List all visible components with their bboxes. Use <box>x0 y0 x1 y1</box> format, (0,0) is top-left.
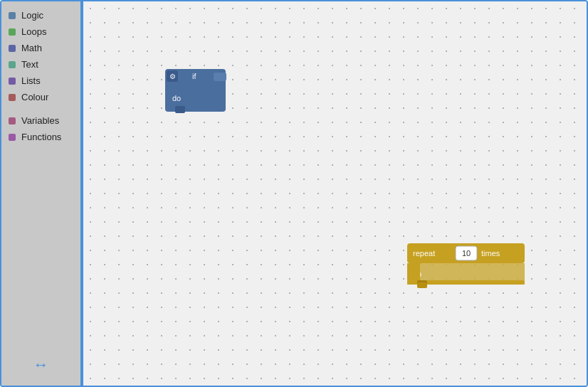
canvas-area[interactable]: ⚙ if do repeat 10 time <box>83 1 587 386</box>
sidebar-item-logic[interactable]: Logic <box>1 7 80 23</box>
svg-text:if: if <box>192 72 196 80</box>
main-container: Logic Loops Math Text Lists Colour Varia… <box>0 0 588 387</box>
sidebar-item-colour[interactable]: Colour <box>1 89 80 105</box>
svg-text:⚙: ⚙ <box>169 73 176 80</box>
logic-color-dot <box>9 12 16 19</box>
sidebar-item-lists[interactable]: Lists <box>1 73 80 89</box>
sidebar-item-text[interactable]: Text <box>1 56 80 73</box>
sidebar-item-variables[interactable]: Variables <box>1 112 80 129</box>
svg-text:times: times <box>481 249 500 258</box>
svg-rect-16 <box>420 263 525 280</box>
svg-rect-4 <box>214 73 226 81</box>
repeat-block-svg: repeat 10 times do <box>407 243 528 290</box>
sidebar: Logic Loops Math Text Lists Colour Varia… <box>1 1 83 386</box>
sidebar-separator <box>1 105 80 112</box>
sidebar-label-logic: Logic <box>21 10 43 21</box>
svg-rect-17 <box>407 263 420 280</box>
sidebar-item-functions[interactable]: Functions <box>1 129 80 145</box>
sidebar-item-math[interactable]: Math <box>1 40 80 56</box>
svg-text:do: do <box>172 94 181 102</box>
resize-handle[interactable]: ↔ <box>33 356 49 374</box>
variables-color-dot <box>9 117 16 124</box>
text-color-dot <box>9 61 16 68</box>
if-block-svg: ⚙ if do <box>165 69 229 115</box>
functions-color-dot <box>9 134 16 141</box>
colour-color-dot <box>9 94 16 101</box>
svg-text:repeat: repeat <box>413 249 435 258</box>
math-color-dot <box>9 45 16 52</box>
sidebar-label-variables: Variables <box>21 115 59 126</box>
sidebar-label-loops: Loops <box>21 26 46 37</box>
svg-rect-18 <box>417 282 427 288</box>
sidebar-label-math: Math <box>21 43 42 53</box>
svg-text:10: 10 <box>462 249 471 258</box>
lists-color-dot <box>9 78 16 85</box>
sidebar-label-colour: Colour <box>21 92 48 102</box>
sidebar-label-text: Text <box>21 59 38 70</box>
sidebar-label-lists: Lists <box>21 75 41 86</box>
if-block[interactable]: ⚙ if do <box>165 69 229 115</box>
sidebar-item-loops[interactable]: Loops <box>1 23 80 40</box>
sidebar-label-functions: Functions <box>21 132 61 142</box>
loops-color-dot <box>9 28 16 36</box>
svg-rect-6 <box>175 106 185 113</box>
repeat-block[interactable]: repeat 10 times do <box>407 243 528 290</box>
